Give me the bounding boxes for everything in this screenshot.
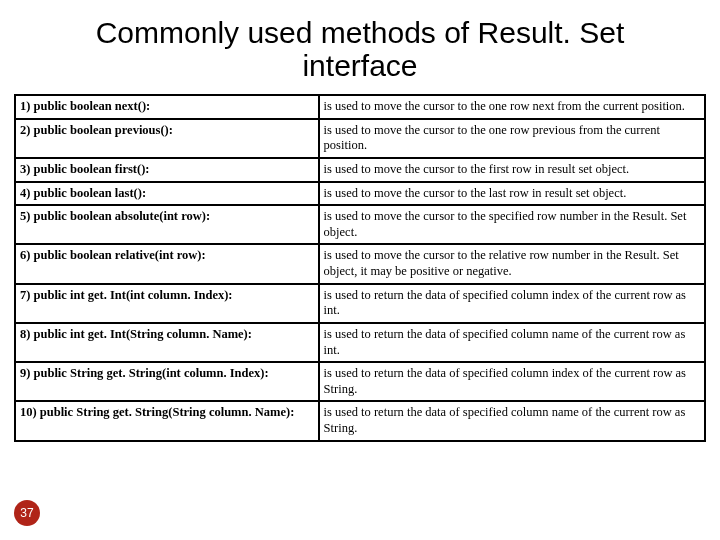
table-row: 6) public boolean relative(int row): is …: [15, 244, 705, 283]
method-description: is used to move the cursor to the specif…: [319, 205, 705, 244]
table-row: 2) public boolean previous(): is used to…: [15, 119, 705, 158]
table-row: 10) public String get. String(String col…: [15, 401, 705, 440]
method-description: is used to move the cursor to the first …: [319, 158, 705, 182]
table-row: 9) public String get. String(int column.…: [15, 362, 705, 401]
method-description: is used to move the cursor to the one ro…: [319, 95, 705, 119]
method-description: is used to move the cursor to the last r…: [319, 182, 705, 206]
method-signature: 7) public int get. Int(int column. Index…: [15, 284, 319, 323]
table-row: 5) public boolean absolute(int row): is …: [15, 205, 705, 244]
method-signature: 4) public boolean last():: [15, 182, 319, 206]
method-description: is used to move the cursor to the one ro…: [319, 119, 705, 158]
slide-title: Commonly used methods of Result. Set int…: [14, 8, 706, 94]
page-number-badge: 37: [14, 500, 40, 526]
method-signature: 8) public int get. Int(String column. Na…: [15, 323, 319, 362]
method-description: is used to return the data of specified …: [319, 323, 705, 362]
method-description: is used to return the data of specified …: [319, 401, 705, 440]
method-description: is used to return the data of specified …: [319, 362, 705, 401]
method-signature: 1) public boolean next():: [15, 95, 319, 119]
method-signature: 5) public boolean absolute(int row):: [15, 205, 319, 244]
method-signature: 9) public String get. String(int column.…: [15, 362, 319, 401]
method-description: is used to move the cursor to the relati…: [319, 244, 705, 283]
table-row: 3) public boolean first(): is used to mo…: [15, 158, 705, 182]
table-row: 1) public boolean next(): is used to mov…: [15, 95, 705, 119]
method-signature: 2) public boolean previous():: [15, 119, 319, 158]
slide: Commonly used methods of Result. Set int…: [0, 0, 720, 540]
method-signature: 3) public boolean first():: [15, 158, 319, 182]
method-signature: 10) public String get. String(String col…: [15, 401, 319, 440]
methods-table: 1) public boolean next(): is used to mov…: [14, 94, 706, 442]
method-description: is used to return the data of specified …: [319, 284, 705, 323]
table-row: 4) public boolean last(): is used to mov…: [15, 182, 705, 206]
method-signature: 6) public boolean relative(int row):: [15, 244, 319, 283]
table-row: 7) public int get. Int(int column. Index…: [15, 284, 705, 323]
table-row: 8) public int get. Int(String column. Na…: [15, 323, 705, 362]
